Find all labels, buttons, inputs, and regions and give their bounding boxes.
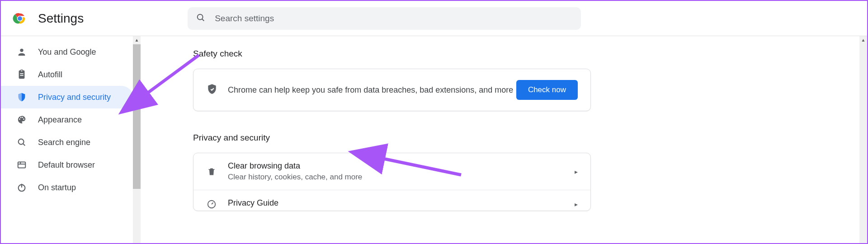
row-title: Privacy Guide: [228, 198, 575, 208]
scroll-up-arrow-icon[interactable]: ▲: [859, 36, 867, 44]
sidebar: You and Google Autofill Privacy and secu…: [1, 36, 141, 243]
clipboard-icon: [16, 69, 27, 80]
search-icon: [16, 137, 27, 148]
safety-check-card: Chrome can help keep you safe from data …: [193, 69, 591, 111]
chevron-right-icon: ▸: [575, 201, 578, 208]
header-bar: Settings: [1, 1, 867, 36]
svg-point-7: [19, 139, 24, 145]
row-title: Clear browsing data: [228, 161, 575, 171]
privacy-security-heading: Privacy and security: [193, 133, 867, 143]
chrome-logo-icon: [12, 10, 28, 27]
search-icon: [196, 13, 206, 24]
gauge-icon: [206, 199, 217, 209]
sidebar-item-you-and-google[interactable]: You and Google: [1, 41, 133, 63]
search-input[interactable]: [215, 14, 573, 23]
scrollbar-thumb[interactable]: [133, 44, 141, 189]
sidebar-item-label: You and Google: [38, 47, 96, 57]
row-subtitle: Clear history, cookies, cache, and more: [228, 173, 575, 182]
svg-line-5: [202, 19, 204, 20]
browser-icon: [16, 160, 27, 170]
clear-browsing-data-row[interactable]: Clear browsing data Clear history, cooki…: [193, 153, 590, 190]
main-content: Safety check Chrome can help keep you sa…: [141, 36, 867, 243]
delete-icon: [206, 167, 217, 177]
sidebar-item-label: Autofill: [38, 70, 62, 80]
sidebar-item-privacy-security[interactable]: Privacy and security: [1, 86, 133, 108]
privacy-guide-row[interactable]: Privacy Guide ▸: [193, 190, 590, 211]
sidebar-item-appearance[interactable]: Appearance: [1, 108, 133, 131]
sidebar-item-on-startup[interactable]: On startup: [1, 176, 133, 199]
svg-line-8: [23, 144, 25, 145]
safety-check-text: Chrome can help keep you safe from data …: [228, 85, 516, 95]
sidebar-item-default-browser[interactable]: Default browser: [1, 154, 133, 176]
person-icon: [16, 47, 27, 57]
privacy-security-card: Clear browsing data Clear history, cooki…: [193, 153, 591, 211]
sidebar-item-label: Privacy and security: [38, 93, 111, 102]
safety-check-heading: Safety check: [193, 49, 867, 59]
page-title: Settings: [38, 11, 84, 26]
svg-rect-9: [18, 162, 26, 168]
sidebar-item-label: Appearance: [38, 115, 82, 125]
chevron-right-icon: ▸: [575, 168, 578, 175]
sidebar-scrollbar[interactable]: ▲: [133, 36, 141, 243]
svg-line-15: [212, 202, 213, 204]
sidebar-item-label: Default browser: [38, 160, 95, 170]
shield-check-icon: [206, 83, 218, 97]
sidebar-item-search-engine[interactable]: Search engine: [1, 131, 133, 154]
palette-icon: [16, 114, 27, 125]
svg-point-4: [198, 14, 203, 19]
sidebar-item-label: Search engine: [38, 138, 90, 147]
power-icon: [16, 182, 27, 193]
shield-icon: [16, 92, 27, 103]
check-now-button[interactable]: Check now: [516, 80, 578, 100]
search-settings-box[interactable]: [188, 7, 581, 30]
main-scrollbar[interactable]: ▲: [859, 36, 867, 243]
sidebar-item-label: On startup: [38, 183, 76, 192]
svg-point-6: [20, 49, 23, 52]
scroll-up-arrow-icon[interactable]: ▲: [133, 36, 141, 44]
sidebar-item-autofill[interactable]: Autofill: [1, 63, 133, 86]
svg-point-2: [18, 16, 22, 20]
